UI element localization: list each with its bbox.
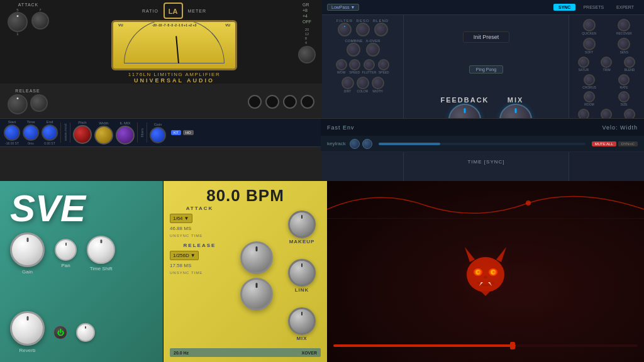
dirt-knob-group: DIRT [341, 77, 354, 93]
attack-dropdown[interactable]: 1/64 ▼ [170, 214, 192, 223]
attack-knob-2[interactable] [31, 12, 49, 30]
chorus-knob[interactable] [584, 74, 595, 85]
rate-group: RATE [608, 74, 640, 89]
width-knob[interactable] [372, 77, 384, 89]
tab-sync[interactable]: SYNC [553, 4, 575, 11]
reverb-knob-group: Reverb [10, 311, 45, 353]
rate-knob[interactable] [618, 74, 630, 85]
attack-label: ATTACK [18, 3, 39, 7]
panel-sve: SVE Gain Pan [0, 181, 164, 362]
size-knob[interactable] [618, 91, 630, 102]
svg-point-2 [467, 257, 504, 292]
speed-knob-group: SPEED [349, 59, 360, 74]
satur-knob[interactable] [578, 57, 589, 68]
speed2-knob[interactable] [378, 59, 389, 70]
devil-mascot [451, 236, 520, 307]
room-knob[interactable] [584, 91, 595, 102]
fast-env-label: Fast Env [327, 124, 355, 131]
gain-mod-knob[interactable] [150, 127, 166, 143]
color-knob[interactable] [357, 77, 369, 89]
ratio-knob[interactable] [298, 46, 316, 63]
tab-expert[interactable]: EXPERT [611, 4, 639, 11]
combine-knob-group: COMBINE [345, 39, 362, 57]
panel-comp: 80.0 BPM ATTACK 1/64 ▼ 46.88 MS UNSYNC T… [164, 181, 327, 362]
attack-knob[interactable] [8, 12, 28, 32]
wow-knob[interactable] [336, 59, 347, 70]
soft-group: SOFT [573, 38, 606, 54]
gain-knob-sve[interactable] [10, 233, 45, 267]
flutter-knob[interactable] [364, 59, 375, 70]
dirt-knob[interactable] [341, 77, 354, 89]
meter-off: OFF [303, 19, 311, 24]
xover-hz: 20.0 Hz [174, 351, 189, 355]
velo-label: Velo: Width [602, 124, 638, 131]
makeup-knob[interactable] [288, 211, 316, 238]
release-knob[interactable] [8, 94, 28, 114]
chorus-group: CHORUS [573, 74, 606, 89]
lowpass-dropdown[interactable]: LowPass ▼ [327, 4, 359, 11]
meter-4: +4 [303, 14, 311, 18]
blend-knob[interactable] [374, 23, 388, 36]
keytrack-label: keytrack [327, 141, 346, 146]
button-2[interactable] [265, 95, 279, 109]
blend-knob-group: BLEND [373, 19, 389, 36]
quicken-knob[interactable] [583, 19, 596, 31]
feedback-label: FEEDBACK [440, 96, 489, 104]
gain-knob-group: Gain [10, 233, 45, 275]
red-slider-thumb[interactable] [510, 342, 515, 349]
flutter-knob-group: FLUTTER [362, 59, 377, 74]
mute-all-btn[interactable]: MUTE ALL [592, 141, 616, 146]
pitch-knob[interactable] [73, 125, 92, 144]
width-mod-knob[interactable] [94, 126, 113, 145]
recover-knob[interactable] [618, 19, 630, 31]
link-knob[interactable] [288, 259, 316, 287]
release-ms: 17.58 MS [170, 263, 230, 268]
reso-knob-group: RESO [356, 19, 370, 36]
kt-knob2[interactable] [362, 139, 372, 149]
start-knob[interactable] [4, 124, 20, 141]
reverb-knob[interactable] [10, 311, 45, 346]
release-comp-knob[interactable] [240, 278, 273, 310]
xover-knob[interactable] [366, 43, 380, 57]
pingpong-btn[interactable]: Ping Pong [469, 65, 503, 74]
recover-group: RECOVER [608, 19, 641, 35]
trim-knob[interactable] [601, 57, 612, 68]
satur-group: SATUR [573, 57, 594, 72]
pan-knob-sve[interactable] [55, 239, 77, 261]
quicken-group: QUICKEN [573, 19, 606, 35]
filter-knob[interactable] [338, 23, 352, 36]
brand-label: UNIVERSAL AUDIO [128, 77, 220, 84]
wave-mod-strip: Start -16.00 ST Time 0ms End 0.00 ST wav… [0, 118, 321, 147]
sens-group: SENS [608, 38, 641, 54]
sens-knob[interactable] [618, 38, 630, 50]
release-dropdown[interactable]: 1/256D ▼ [170, 251, 199, 260]
small-knob-sve[interactable] [76, 323, 95, 342]
combine-knob[interactable] [347, 43, 360, 57]
mix-comp-knob[interactable] [288, 307, 316, 335]
button-4[interactable] [301, 95, 314, 109]
reso-knob[interactable] [356, 23, 370, 36]
preset-display[interactable]: Init Preset [463, 31, 510, 43]
tab-presets[interactable]: PRESETS [578, 4, 609, 11]
ua-logo-text: LA [169, 8, 178, 15]
release-knob-2[interactable] [30, 94, 48, 112]
button-1[interactable] [248, 95, 262, 109]
sve-logo: SVE [10, 190, 153, 228]
attack-section-label: ATTACK [170, 206, 230, 211]
power-btn[interactable]: ⏻ [53, 326, 67, 339]
release-label: RELEASE [15, 89, 40, 93]
time-knob[interactable] [23, 124, 39, 141]
ilmix-knob[interactable] [116, 126, 135, 145]
soft-knob[interactable] [583, 38, 596, 50]
button-3[interactable] [283, 95, 297, 109]
end-knob[interactable] [42, 124, 58, 141]
speed-knob[interactable] [349, 59, 360, 70]
width-knob-group: WIDTH [372, 77, 384, 93]
timeshift-knob[interactable] [87, 236, 115, 264]
blend2-knob[interactable] [624, 57, 635, 68]
panel-ua: ATTACK 5 1 7 [0, 0, 322, 181]
ua-logo: LA [164, 3, 183, 19]
kt-knob1[interactable] [350, 139, 360, 149]
dyn-btn[interactable]: DYN∞C [618, 141, 638, 146]
attack-comp-knob[interactable] [240, 241, 273, 274]
